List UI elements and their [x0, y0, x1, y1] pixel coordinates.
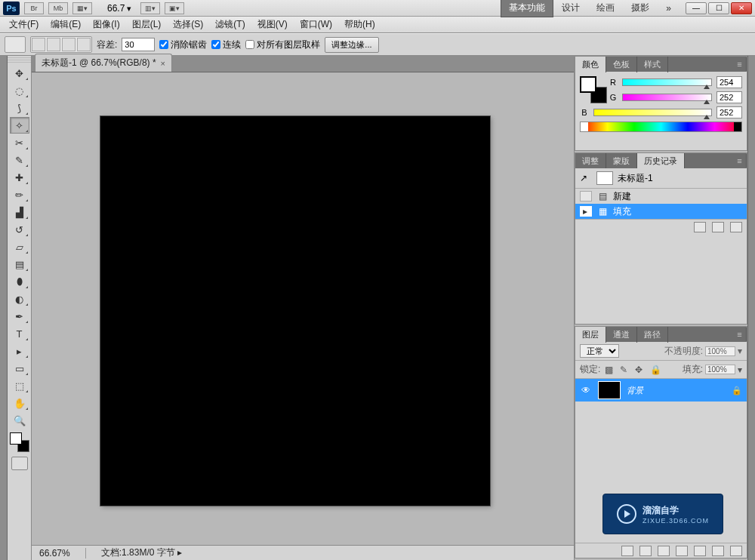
- move-tool[interactable]: ✥: [10, 65, 29, 82]
- bridge-launch-button[interactable]: Br: [24, 2, 44, 14]
- workspace-more-button[interactable]: »: [658, 0, 680, 17]
- zoom-tool[interactable]: 🔍: [10, 412, 29, 429]
- panel-fg-swatch[interactable]: [580, 76, 596, 93]
- menu-window[interactable]: 窗口(W): [294, 16, 338, 33]
- g-input[interactable]: [716, 91, 742, 103]
- menu-edit[interactable]: 编辑(E): [45, 16, 87, 33]
- dodge-tool[interactable]: ◐: [10, 291, 29, 307]
- status-doc-info[interactable]: 文档:1.83M/0 字节 ▸: [101, 546, 182, 559]
- path-select-tool[interactable]: ▸: [10, 343, 29, 359]
- canvas-viewport[interactable]: [32, 72, 574, 545]
- delete-state-button[interactable]: [730, 222, 742, 232]
- tab-history[interactable]: 历史记录: [637, 153, 685, 169]
- lock-transparent-icon[interactable]: ▩: [605, 365, 615, 375]
- zoom-level-select[interactable]: 66.7 ▾: [103, 3, 136, 14]
- magic-wand-tool[interactable]: ✧: [10, 117, 29, 134]
- layer-name[interactable]: 背景: [627, 385, 726, 396]
- workspace-painting[interactable]: 绘画: [588, 0, 623, 17]
- lock-all-icon[interactable]: 🔒: [650, 365, 661, 375]
- r-input[interactable]: [716, 76, 742, 88]
- shape-tool[interactable]: ▭: [10, 360, 29, 377]
- spectrum-ramp[interactable]: [580, 122, 742, 132]
- new-layer-button[interactable]: [712, 546, 724, 556]
- foreground-color-swatch[interactable]: [10, 432, 22, 445]
- history-panel-menu-icon[interactable]: ≡: [733, 154, 747, 168]
- arrange-docs-button[interactable]: ▥▾: [140, 2, 160, 14]
- tab-color[interactable]: 颜色: [575, 57, 606, 72]
- color-panel-swatch[interactable]: [580, 76, 602, 99]
- eyedropper-tool[interactable]: ✎: [10, 152, 29, 168]
- tab-styles[interactable]: 样式: [637, 57, 668, 72]
- layer-mask-button[interactable]: [658, 546, 670, 556]
- adjustment-layer-button[interactable]: [676, 546, 688, 556]
- antialias-checkbox[interactable]: 消除锯齿: [159, 38, 207, 51]
- fill-input[interactable]: 100%: [705, 365, 735, 374]
- r-slider[interactable]: [622, 78, 712, 86]
- opacity-input[interactable]: 100%: [705, 346, 735, 356]
- menu-file[interactable]: 文件(F): [3, 16, 45, 33]
- menu-help[interactable]: 帮助(H): [338, 16, 381, 33]
- delete-layer-button[interactable]: [730, 546, 742, 556]
- workspace-essentials[interactable]: 基本功能: [501, 0, 553, 17]
- layer-row-background[interactable]: 👁 背景 🔒: [575, 379, 747, 402]
- crop-tool[interactable]: ✂: [10, 134, 29, 151]
- tab-paths[interactable]: 路径: [637, 327, 668, 343]
- healing-brush-tool[interactable]: ✚: [10, 169, 29, 186]
- create-doc-from-state-button[interactable]: [694, 222, 706, 232]
- left-dock-strip[interactable]: [0, 56, 8, 560]
- workspace-photography[interactable]: 摄影: [623, 0, 658, 17]
- selection-subtract-button[interactable]: [62, 38, 76, 51]
- menu-filter[interactable]: 滤镜(T): [209, 16, 251, 33]
- clone-stamp-tool[interactable]: ▟: [10, 204, 29, 220]
- blend-mode-select[interactable]: 正常: [580, 344, 619, 358]
- history-brush-tool[interactable]: ↺: [10, 221, 29, 238]
- lock-pixels-icon[interactable]: ✎: [620, 365, 630, 375]
- b-slider[interactable]: [593, 109, 712, 116]
- layers-panel-menu-icon[interactable]: ≡: [733, 328, 747, 341]
- tab-swatches[interactable]: 色板: [606, 57, 637, 72]
- toolbox-grip[interactable]: [8, 57, 31, 63]
- gradient-tool[interactable]: ▤: [10, 256, 29, 272]
- document-tab-close-icon[interactable]: ×: [161, 59, 165, 68]
- type-tool[interactable]: T: [10, 325, 29, 342]
- canvas[interactable]: [100, 116, 490, 506]
- tab-layers[interactable]: 图层: [575, 327, 606, 343]
- refine-edge-button[interactable]: 调整边缘...: [325, 37, 378, 53]
- tolerance-input[interactable]: [122, 38, 155, 51]
- menu-select[interactable]: 选择(S): [167, 16, 209, 33]
- layer-visibility-icon[interactable]: 👁: [580, 384, 592, 396]
- history-item-fill[interactable]: ▸ ▦ 填充: [575, 204, 747, 219]
- menu-view[interactable]: 视图(V): [251, 16, 294, 33]
- tab-adjustments[interactable]: 调整: [575, 153, 606, 169]
- contiguous-checkbox[interactable]: 连续: [211, 38, 241, 51]
- color-panel-menu-icon[interactable]: ≡: [733, 57, 747, 71]
- 3d-tool[interactable]: ⬚: [10, 377, 29, 394]
- right-dock-strip[interactable]: [747, 56, 755, 560]
- color-swatch-control[interactable]: [10, 432, 29, 452]
- maximize-button[interactable]: ☐: [708, 2, 729, 14]
- selection-new-button[interactable]: [32, 38, 45, 51]
- quick-mask-button[interactable]: [11, 457, 28, 470]
- close-button[interactable]: ✕: [731, 2, 752, 14]
- lock-position-icon[interactable]: ✥: [635, 365, 646, 375]
- brush-tool[interactable]: ✏: [10, 186, 29, 203]
- g-slider[interactable]: [622, 94, 712, 101]
- eraser-tool[interactable]: ▱: [10, 238, 29, 255]
- layer-group-button[interactable]: [694, 546, 706, 556]
- sample-all-layers-checkbox[interactable]: 对所有图层取样: [245, 38, 320, 51]
- status-zoom[interactable]: 66.67%: [36, 548, 86, 558]
- tab-masks[interactable]: 蒙版: [606, 153, 637, 169]
- menu-layer[interactable]: 图层(L): [126, 16, 168, 33]
- selection-add-button[interactable]: [47, 38, 60, 51]
- extras-button[interactable]: ▣▾: [165, 2, 184, 14]
- selection-intersect-button[interactable]: [77, 38, 91, 51]
- minimize-button[interactable]: —: [686, 2, 707, 14]
- tab-channels[interactable]: 通道: [606, 327, 637, 343]
- layer-style-button[interactable]: [639, 546, 652, 556]
- screen-mode-button[interactable]: ▦▾: [72, 2, 92, 14]
- tool-preset-picker[interactable]: [5, 36, 26, 53]
- history-snapshot-row[interactable]: ↗ 未标题-1: [575, 168, 747, 189]
- b-input[interactable]: [716, 106, 742, 118]
- blur-tool[interactable]: ⬮: [10, 273, 29, 290]
- marquee-tool[interactable]: ◌: [10, 82, 29, 99]
